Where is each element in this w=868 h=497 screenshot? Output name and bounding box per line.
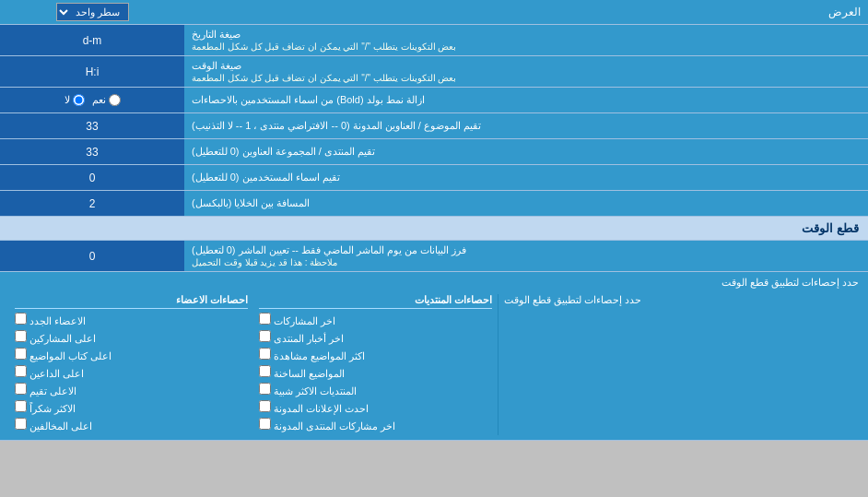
- stats-posts-label-0[interactable]: اخر المشاركات: [259, 313, 335, 327]
- cutoff-label: فرز البيانات من يوم الماشر الماضي فقط --…: [184, 241, 868, 271]
- stats-posts-check-2[interactable]: [259, 348, 271, 360]
- stats-posts-item-2: اكثر المواضيع مشاهدة: [259, 348, 492, 362]
- stats-posts-check-5[interactable]: [259, 400, 271, 412]
- stats-posts-label-1[interactable]: اخر أخبار المنتدى: [259, 330, 344, 345]
- stats-members-item-6: اعلى المخالفين: [15, 418, 248, 432]
- bold-yes-radio[interactable]: [109, 94, 121, 106]
- stats-members-check-5[interactable]: [15, 400, 27, 412]
- stats-right-label: حدد إحصاءات لتطبيق قطع الوقت: [504, 294, 641, 306]
- stats-posts-check-3[interactable]: [259, 365, 271, 377]
- stats-right-col: حدد إحصاءات لتطبيق قطع الوقت: [499, 294, 859, 435]
- stats-posts-label-3[interactable]: المواضيع الساخنة: [259, 365, 345, 380]
- bold-remove-row: ازالة نمط بولد (Bold) من اسماء المستخدمي…: [0, 88, 868, 113]
- stats-top-label: حدد إحصاءات لتطبيق قطع الوقت: [9, 277, 859, 289]
- stats-members-label-5[interactable]: الاكثر شكراً: [15, 400, 76, 415]
- stats-posts-item-4: المنتديات الاكثر شبية: [259, 383, 492, 397]
- bold-remove-label: ازالة نمط بولد (Bold) من اسماء المستخدمي…: [184, 88, 868, 112]
- date-format-row: صيغة التاريخ بعض التكوينات يتطلب "/" الت…: [0, 25, 868, 56]
- users-order-input-area: [0, 165, 184, 190]
- bold-yes-text: نعم: [92, 94, 106, 106]
- users-order-label: تقيم اسماء المستخدمين (0 للتعطيل): [184, 165, 868, 190]
- stats-posts-label-4[interactable]: المنتديات الاكثر شبية: [259, 383, 357, 397]
- users-order-row: تقيم اسماء المستخدمين (0 للتعطيل): [0, 165, 868, 191]
- cells-gap-input-area: [0, 191, 184, 216]
- forum-order-row: تقيم المنتدى / المجموعة العناوين (0 للتع…: [0, 139, 868, 165]
- display-row: العرض سطر واحد: [0, 0, 868, 25]
- date-format-label: صيغة التاريخ بعض التكوينات يتطلب "/" الت…: [184, 25, 868, 55]
- stats-posts-col: احصاءات المنتديات اخر المشاركات اخر أخبا…: [253, 294, 499, 435]
- display-label: العرض: [184, 3, 868, 21]
- date-format-input[interactable]: [6, 31, 179, 50]
- time-format-note: بعض التكوينات يتطلب "/" التي يمكن ان تضا…: [192, 73, 456, 83]
- main-container: العرض سطر واحد صيغة التاريخ بعض التكوينا…: [0, 0, 868, 441]
- stats-top-row: حدد إحصاءات لتطبيق قطع الوقت: [9, 277, 859, 289]
- bold-no-label[interactable]: لا: [65, 94, 85, 106]
- stats-members-item-1: اعلى المشاركين: [15, 330, 248, 345]
- bold-no-radio[interactable]: [73, 94, 85, 106]
- users-order-input[interactable]: [6, 169, 179, 187]
- stats-posts-item-3: المواضيع الساخنة: [259, 365, 492, 380]
- stats-members-check-1[interactable]: [15, 330, 27, 342]
- stats-posts-header: احصاءات المنتديات: [259, 294, 492, 309]
- bold-remove-control: نعم لا: [0, 88, 184, 112]
- display-select[interactable]: سطر واحد: [56, 3, 129, 21]
- topics-order-label: تقيم الموضوع / العناوين المدونة (0 -- ال…: [184, 113, 868, 138]
- stats-posts-check-0[interactable]: [259, 313, 271, 325]
- stats-members-header: احصاءات الاعضاء: [15, 294, 248, 309]
- cutoff-note: ملاحظة : هذا قد يزيد قبلا وقت التحميل: [192, 257, 337, 267]
- cutoff-section-header: قطع الوقت: [0, 217, 868, 241]
- stats-members-item-3: اعلى الداعين: [15, 365, 248, 380]
- stats-members-item-2: اعلى كتاب المواضيع: [15, 348, 248, 362]
- stats-members-label-4[interactable]: الاعلى تقيم: [15, 383, 76, 397]
- stats-members-label-6[interactable]: اعلى المخالفين: [15, 418, 92, 432]
- stats-posts-check-4[interactable]: [259, 383, 271, 395]
- date-format-input-area: [0, 25, 184, 55]
- stats-members-label-1[interactable]: اعلى المشاركين: [15, 330, 96, 345]
- topics-order-input[interactable]: [6, 117, 179, 136]
- cells-gap-row: المسافة بين الخلايا (بالبكسل): [0, 191, 868, 217]
- cutoff-main-label: فرز البيانات من يوم الماشر الماضي فقط --…: [192, 244, 466, 256]
- time-format-row: صيغة الوقت بعض التكوينات يتطلب "/" التي …: [0, 56, 868, 88]
- stats-members-check-6[interactable]: [15, 418, 27, 430]
- stats-posts-label-2[interactable]: اكثر المواضيع مشاهدة: [259, 348, 365, 362]
- cutoff-input[interactable]: [6, 247, 179, 266]
- cells-gap-input[interactable]: [6, 195, 179, 213]
- forum-order-input-area: [0, 139, 184, 164]
- stats-members-check-4[interactable]: [15, 383, 27, 395]
- stats-section: حدد إحصاءات لتطبيق قطع الوقت حدد إحصاءات…: [0, 272, 868, 441]
- stats-members-check-3[interactable]: [15, 365, 27, 377]
- date-format-note: بعض التكوينات يتطلب "/" التي يمكن ان تضا…: [192, 41, 456, 52]
- stats-posts-check-1[interactable]: [259, 330, 271, 342]
- cutoff-input-area: [0, 241, 184, 271]
- stats-posts-item-6: اخر مشاركات المنتدى المدونة: [259, 418, 492, 432]
- stats-posts-label-5[interactable]: احدث الإعلانات المدونة: [259, 400, 369, 415]
- bold-yes-label[interactable]: نعم: [92, 94, 121, 106]
- cutoff-row: فرز البيانات من يوم الماشر الماضي فقط --…: [0, 241, 868, 272]
- date-format-main-label: صيغة التاريخ: [192, 29, 240, 41]
- time-format-input[interactable]: [6, 63, 179, 81]
- stats-posts-item-5: احدث الإعلانات المدونة: [259, 400, 492, 415]
- topics-order-row: تقيم الموضوع / العناوين المدونة (0 -- ال…: [0, 113, 868, 139]
- forum-order-label: تقيم المنتدى / المجموعة العناوين (0 للتع…: [184, 139, 868, 164]
- bold-no-text: لا: [65, 94, 70, 106]
- topics-order-input-area: [0, 113, 184, 138]
- stats-members-item-5: الاكثر شكراً: [15, 400, 248, 415]
- stats-members-col: احصاءات الاعضاء الاعضاء الجدد اعلى المشا…: [9, 294, 253, 435]
- stats-posts-item-0: اخر المشاركات: [259, 313, 492, 327]
- time-format-label: صيغة الوقت بعض التكوينات يتطلب "/" التي …: [184, 56, 868, 87]
- stats-members-label-3[interactable]: اعلى الداعين: [15, 365, 84, 380]
- stats-members-check-2[interactable]: [15, 348, 27, 360]
- stats-members-item-4: الاعلى تقيم: [15, 383, 248, 397]
- stats-members-check-0[interactable]: [15, 313, 27, 325]
- stats-posts-label-6[interactable]: اخر مشاركات المنتدى المدونة: [259, 418, 395, 432]
- stats-members-item-0: الاعضاء الجدد: [15, 313, 248, 327]
- display-control: سطر واحد: [0, 0, 184, 24]
- stats-members-label-2[interactable]: اعلى كتاب المواضيع: [15, 348, 111, 362]
- stats-posts-item-1: اخر أخبار المنتدى: [259, 330, 492, 345]
- forum-order-input[interactable]: [6, 143, 179, 161]
- time-format-main-label: صيغة الوقت: [192, 60, 241, 72]
- stats-members-label-0[interactable]: الاعضاء الجدد: [15, 313, 86, 327]
- stats-posts-check-6[interactable]: [259, 418, 271, 430]
- stats-columns: حدد إحصاءات لتطبيق قطع الوقت احصاءات الم…: [9, 294, 859, 435]
- time-format-input-area: [0, 56, 184, 87]
